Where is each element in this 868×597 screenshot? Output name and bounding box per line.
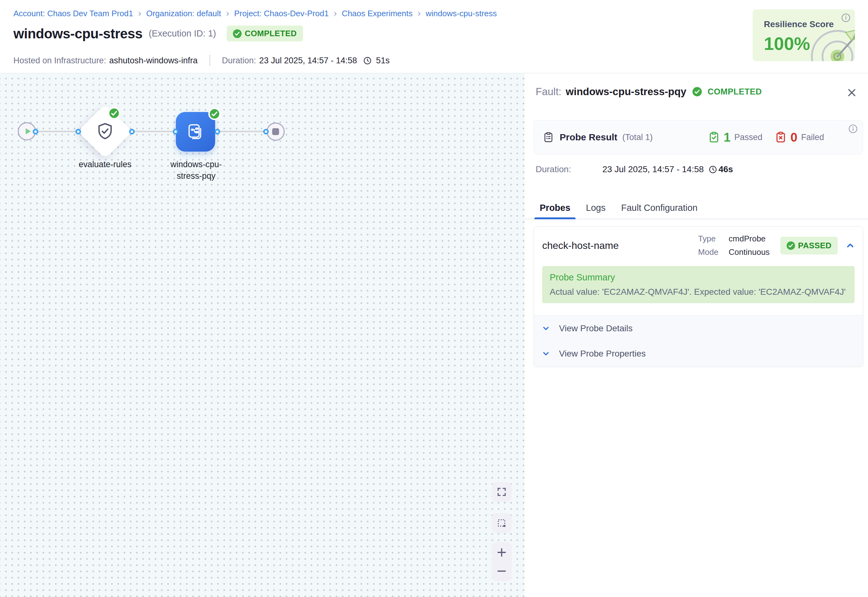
fault-label: Fault:	[536, 86, 561, 98]
experiment-doc-icon	[186, 123, 205, 141]
active-tab-indicator	[535, 217, 576, 219]
probe-card: check-host-name Type cmdProbe Mode Conti…	[534, 226, 863, 367]
app-root: Account: Chaos Dev Team Prod1 › Organiza…	[0, 0, 868, 597]
clock-icon	[709, 165, 717, 174]
marquee-select-icon	[496, 518, 507, 529]
probe-status-badge: PASSED	[781, 237, 838, 254]
breadcrumb-current[interactable]: windows-cpu-stress	[425, 9, 497, 18]
probe-name: check-host-name	[542, 240, 619, 251]
zoom-out-button[interactable]	[492, 564, 512, 578]
probe-result-total: (Total 1)	[622, 132, 653, 142]
node-evaluate-rules[interactable]	[78, 104, 132, 159]
play-icon	[24, 127, 32, 135]
fault-duration-elapsed: 46s	[718, 164, 733, 174]
breadcrumb: Account: Chaos Dev Team Prod1 › Organiza…	[13, 9, 497, 18]
breadcrumb-separator-icon: ›	[226, 9, 229, 18]
node-label: evaluate-rules	[55, 159, 155, 170]
breadcrumb-project[interactable]: Project: Chaos-Dev-Prod1	[234, 9, 329, 18]
chevron-down-icon	[542, 324, 550, 333]
target-dart-illustration-icon	[800, 14, 855, 61]
fault-duration-row: Duration: 23 Jul 2025, 14:57 - 14:58 46s	[536, 164, 733, 174]
connector-port	[215, 129, 220, 134]
collapse-probe-button[interactable]	[845, 241, 855, 251]
close-panel-button[interactable]	[846, 87, 858, 98]
duration-elapsed: 51s	[376, 56, 390, 65]
probe-result-counts: 1 Passed 0 Failed	[708, 131, 824, 144]
fault-duration-value: 23 Jul 2025, 14:57 - 14:58	[602, 164, 704, 174]
breadcrumb-organization[interactable]: Organization: default	[146, 9, 221, 18]
connector-port	[173, 129, 178, 134]
probe-type-value: cmdProbe	[729, 234, 770, 244]
clock-icon	[363, 56, 372, 65]
probe-status-text: PASSED	[798, 241, 831, 251]
view-probe-details-toggle[interactable]: View Probe Details	[534, 316, 863, 341]
close-icon	[846, 87, 858, 98]
plus-icon	[495, 546, 508, 559]
probe-card-footer: View Probe Details View Probe Properties	[534, 315, 863, 366]
check-circle-icon	[233, 29, 241, 38]
node-label: windows-cpu- stress-pqy	[146, 159, 246, 182]
passed-label: Passed	[734, 132, 762, 142]
pipeline-canvas[interactable]: evaluate-rules windows-cpu- stress-pqy	[0, 73, 525, 597]
experiment-status-badge: COMPLETED	[227, 25, 303, 42]
experiment-status-text: COMPLETED	[245, 29, 297, 39]
probe-summary-title: Probe Summary	[550, 272, 847, 282]
fault-status-text: COMPLETED	[707, 87, 762, 97]
zoom-in-button[interactable]	[492, 546, 512, 559]
view-probe-properties-label: View Probe Properties	[559, 349, 646, 359]
canvas-fullscreen-button[interactable]	[492, 482, 512, 502]
breadcrumb-separator-icon: ›	[333, 9, 337, 18]
view-probe-details-label: View Probe Details	[559, 324, 632, 333]
canvas-select-button[interactable]	[492, 513, 512, 533]
view-probe-properties-toggle[interactable]: View Probe Properties	[534, 341, 863, 366]
breadcrumb-account[interactable]: Account: Chaos Dev Team Prod1	[13, 9, 133, 18]
clipboard-x-icon	[775, 131, 787, 143]
fault-details-panel: Fault: windows-cpu-stress-pqy COMPLETED …	[525, 73, 868, 597]
probe-result-title: Probe Result	[560, 132, 617, 143]
probe-mode-value: Continuous	[729, 247, 770, 257]
probe-meta: Type cmdProbe Mode Continuous	[698, 234, 770, 257]
experiment-meta-row: Hosted on Infrastructure: ashutosh-windo…	[13, 55, 390, 66]
clipboard-check-icon	[708, 131, 720, 143]
resilience-score-card: Resilience Score 100%	[752, 9, 855, 61]
info-icon[interactable]	[848, 124, 858, 134]
probe-summary-text: Actual value: 'EC2AMAZ-QMVAF4J'. Expecte…	[550, 287, 847, 297]
node-success-badge-icon	[208, 108, 221, 120]
execution-id: (Execution ID: 1)	[149, 28, 216, 39]
pipeline-end-node[interactable]	[267, 123, 284, 141]
probe-result-card: Probe Result (Total 1) 1 Passed 0 Failed	[534, 120, 863, 154]
tab-fault-configuration[interactable]: Fault Configuration	[616, 197, 703, 219]
breadcrumb-chaos-experiments[interactable]: Chaos Experiments	[342, 9, 412, 18]
failed-label: Failed	[801, 132, 824, 142]
connector-port	[263, 129, 269, 134]
fault-duration-label: Duration:	[536, 164, 602, 174]
divider	[209, 55, 210, 66]
probe-card-header[interactable]: check-host-name Type cmdProbe Mode Conti…	[534, 227, 863, 264]
fault-header: Fault: windows-cpu-stress-pqy COMPLETED	[536, 86, 762, 98]
stop-icon	[272, 128, 279, 135]
tab-logs[interactable]: Logs	[581, 197, 611, 219]
breadcrumb-separator-icon: ›	[138, 9, 141, 18]
check-circle-icon	[692, 87, 702, 97]
duration-value: 23 Jul 2025, 14:57 - 14:58	[259, 56, 357, 65]
fault-name: windows-cpu-stress-pqy	[566, 86, 687, 98]
chevron-down-icon	[542, 349, 550, 358]
breadcrumb-separator-icon: ›	[418, 9, 421, 18]
connector-port	[76, 129, 81, 134]
probe-type-label: Type	[698, 234, 722, 244]
minus-icon	[495, 564, 508, 578]
fault-tabs: Probes Logs Fault Configuration	[525, 197, 868, 219]
page-header: Account: Chaos Dev Team Prod1 › Organiza…	[0, 0, 868, 73]
connector-port	[129, 129, 135, 134]
title-row: windows-cpu-stress (Execution ID: 1) COM…	[13, 25, 303, 42]
check-circle-icon	[787, 241, 795, 250]
page-title: windows-cpu-stress	[13, 26, 142, 42]
failed-count: 0	[790, 131, 797, 144]
duration-label: Duration:	[222, 56, 256, 65]
tab-probes[interactable]: Probes	[535, 197, 576, 219]
node-success-badge-icon	[108, 107, 120, 119]
infra-label: Hosted on Infrastructure:	[13, 56, 106, 65]
probe-mode-label: Mode	[698, 247, 722, 257]
clipboard-icon	[543, 132, 554, 143]
chevron-up-icon	[845, 241, 855, 251]
